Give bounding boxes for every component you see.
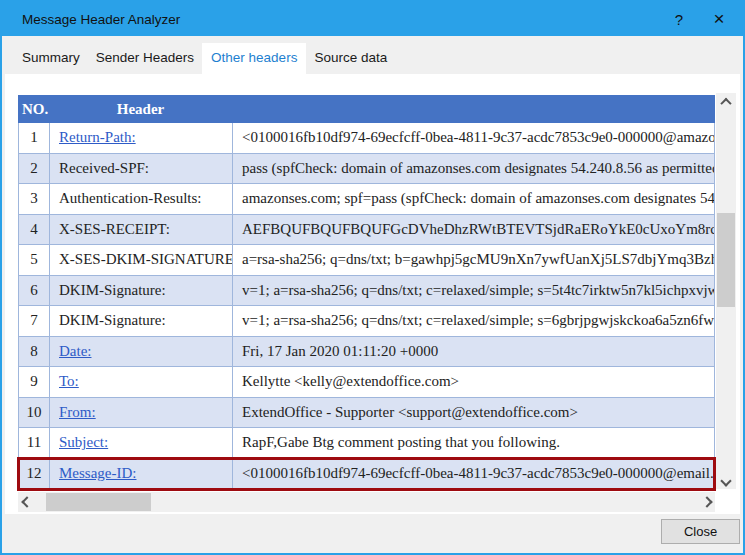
table-row[interactable]: 2 Received-SPF: pass (spfCheck: domain o… xyxy=(19,154,714,185)
headers-table: NO. Header 1 Return-Path: <0100016fb10df… xyxy=(18,95,715,489)
chevron-down-icon xyxy=(720,475,731,486)
table-row[interactable]: 1 Return-Path: <0100016fb10df974-69ecfcf… xyxy=(19,123,714,154)
header-value: amazonses.com; spf=pass (spfCheck: domai… xyxy=(233,184,714,214)
header-name: Received-SPF: xyxy=(50,154,233,184)
table-body: 1 Return-Path: <0100016fb10df974-69ecfcf… xyxy=(18,123,715,489)
message-header-analyzer-dialog: Message Header Analyzer ? × Summary Send… xyxy=(0,0,745,555)
close-window-button[interactable]: × xyxy=(699,2,739,36)
chevron-up-icon xyxy=(720,97,731,108)
header-value: a=rsa-sha256; q=dns/txt; b=gawhpj5gcMU9n… xyxy=(233,245,714,275)
row-number: 9 xyxy=(19,367,50,397)
column-header-no: NO. xyxy=(18,101,49,118)
row-number: 11 xyxy=(19,428,50,458)
header-value: Fri, 17 Jan 2020 01:11:20 +0000 xyxy=(233,337,714,367)
header-name: X-SES-RECEIPT: xyxy=(50,215,233,245)
header-link-return-path[interactable]: Return-Path: xyxy=(59,129,136,146)
scroll-right-button[interactable] xyxy=(698,492,715,512)
scroll-left-button[interactable] xyxy=(18,492,35,512)
close-button[interactable]: Close xyxy=(661,519,740,544)
table-row[interactable]: 4 X-SES-RECEIPT: AEFBQUFBQUFBQUFGcDVheDh… xyxy=(19,215,714,246)
row-number: 5 xyxy=(19,245,50,275)
table-row[interactable]: 3 Authentication-Results: amazonses.com;… xyxy=(19,184,714,215)
table-row[interactable]: 9 To: Kellytte <kelly@extendoffice.com> xyxy=(19,367,714,398)
horizontal-scrollbar-thumb[interactable] xyxy=(46,493,151,511)
row-number: 4 xyxy=(19,215,50,245)
header-name: X-SES-DKIM-SIGNATURE: xyxy=(50,245,233,275)
tab-strip: Summary Sender Headers Other headers Sou… xyxy=(2,36,743,74)
header-link-to[interactable]: To: xyxy=(59,373,79,390)
header-value: v=1; a=rsa-sha256; q=dns/txt; c=relaxed/… xyxy=(233,276,714,306)
row-number: 2 xyxy=(19,154,50,184)
chevron-right-icon xyxy=(701,496,712,507)
row-number: 12 xyxy=(19,459,50,489)
row-number: 10 xyxy=(19,398,50,428)
table-row[interactable]: 11 Subject: RapF,Gabe Btg comment postin… xyxy=(19,428,714,459)
tab-summary[interactable]: Summary xyxy=(14,44,88,74)
header-link-date[interactable]: Date: xyxy=(59,343,91,360)
chevron-left-icon xyxy=(21,496,32,507)
scroll-up-button[interactable] xyxy=(716,93,736,110)
table-header-row: NO. Header xyxy=(18,95,715,123)
scroll-down-button[interactable] xyxy=(716,472,736,489)
header-link-message-id[interactable]: Message-ID: xyxy=(59,465,136,482)
table-row[interactable]: 8 Date: Fri, 17 Jan 2020 01:11:20 +0000 xyxy=(19,337,714,368)
header-value: <0100016fb10df974-69ecfcff-0bea-4811-9c3… xyxy=(233,123,714,153)
header-value: ExtendOffice - Supporter <support@extend… xyxy=(233,398,714,428)
tab-source-data[interactable]: Source data xyxy=(306,44,395,74)
header-link-subject[interactable]: Subject: xyxy=(59,434,108,451)
row-number: 7 xyxy=(19,306,50,336)
header-link-from[interactable]: From: xyxy=(59,404,96,421)
row-number: 3 xyxy=(19,184,50,214)
table-row-message-id-highlighted[interactable]: 12 Message-ID: <0100016fb10df974-69ecfcf… xyxy=(19,459,714,490)
header-value: AEFBQUFBQUFBQUFGcDVheDhzRWtBTEVTSjdRaERo… xyxy=(233,215,714,245)
vertical-scrollbar-thumb[interactable] xyxy=(717,213,735,307)
row-number: 8 xyxy=(19,337,50,367)
header-value: Kellytte <kelly@extendoffice.com> xyxy=(233,367,714,397)
titlebar-controls: ? × xyxy=(659,2,743,36)
tab-sender-headers[interactable]: Sender Headers xyxy=(88,44,202,74)
row-number: 6 xyxy=(19,276,50,306)
header-value: <0100016fb10df974-69ecfcff-0bea-4811-9c3… xyxy=(233,459,714,489)
table-row[interactable]: 5 X-SES-DKIM-SIGNATURE: a=rsa-sha256; q=… xyxy=(19,245,714,276)
window-title: Message Header Analyzer xyxy=(22,12,180,27)
table-row[interactable]: 7 DKIM-Signature: v=1; a=rsa-sha256; q=d… xyxy=(19,306,714,337)
table-row[interactable]: 6 DKIM-Signature: v=1; a=rsa-sha256; q=d… xyxy=(19,276,714,307)
header-value: pass (spfCheck: domain of amazonses.com … xyxy=(233,154,714,184)
header-name: DKIM-Signature: xyxy=(50,276,233,306)
help-button[interactable]: ? xyxy=(659,2,699,36)
tab-other-headers[interactable]: Other headers xyxy=(202,43,306,74)
column-header-header: Header xyxy=(49,101,232,118)
row-number: 1 xyxy=(19,123,50,153)
header-value: v=1; a=rsa-sha256; q=dns/txt; c=relaxed/… xyxy=(233,306,714,336)
header-name: DKIM-Signature: xyxy=(50,306,233,336)
horizontal-scrollbar[interactable] xyxy=(18,492,715,512)
vertical-scrollbar[interactable] xyxy=(716,93,736,489)
title-bar: Message Header Analyzer ? × xyxy=(2,2,743,36)
header-value: RapF,Gabe Btg comment posting that you f… xyxy=(233,428,714,458)
header-name: Authentication-Results: xyxy=(50,184,233,214)
table-row[interactable]: 10 From: ExtendOffice - Supporter <suppo… xyxy=(19,398,714,429)
